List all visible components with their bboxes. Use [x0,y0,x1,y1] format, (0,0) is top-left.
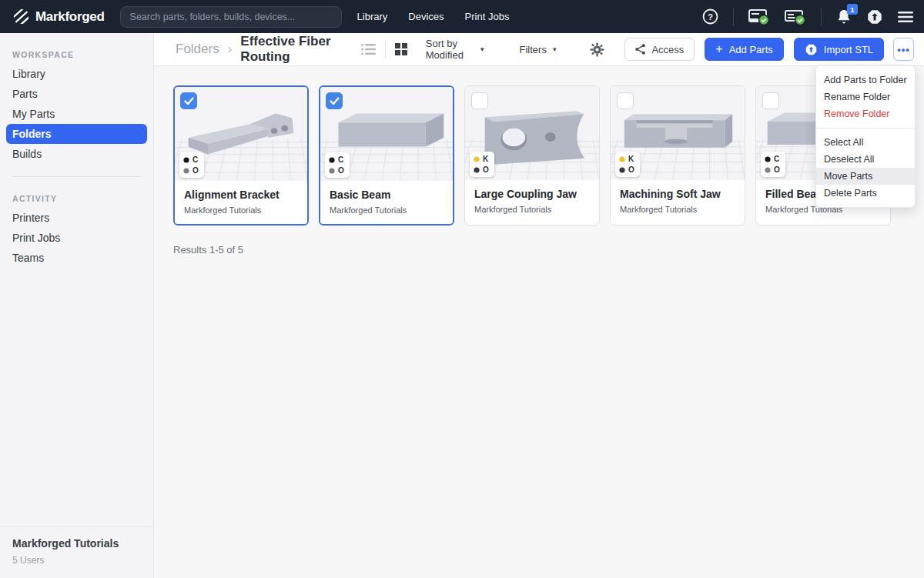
material-badge: C O [325,152,350,178]
material-label: O [774,165,780,174]
material-label: C [338,155,343,164]
part-card-info: Machining Soft Jaw Markforged Tutorials [611,180,745,223]
sidebar-footer: Markforged Tutorials 5 Users [0,526,153,578]
ellipsis-icon: ••• [897,44,910,55]
check-icon [184,97,194,105]
part-checkbox[interactable] [762,92,779,109]
part-checkbox[interactable] [617,92,634,109]
workspace-name[interactable]: Markforged Tutorials [12,537,141,550]
notifications-bell-icon[interactable]: 1 [836,8,852,25]
import-stl-button[interactable]: Import STL [794,38,884,61]
menu-item-remove-folder[interactable]: Remove Folder [816,105,915,122]
hamburger-menu-icon[interactable] [898,11,913,23]
material-label: K [628,155,634,163]
part-card-machining-soft-jaw[interactable]: K O Machining Soft Jaw Markforged Tutori… [610,85,745,226]
more-actions-button[interactable]: ••• [893,38,914,61]
nav-link-library[interactable]: Library [357,11,388,22]
sort-label: Sort by Modified [426,38,474,61]
settings-gear-icon[interactable] [590,42,604,57]
material-label: O [192,166,199,175]
main-panel: Folders › Effective Fiber Routing [154,33,924,578]
sidebar-item-my-parts[interactable]: My Parts [6,104,147,124]
material-dot [619,156,625,162]
part-checkbox[interactable] [180,92,197,109]
material-dot [329,168,335,174]
parts-grid-area: C O Alignment Bracket Markforged Tutoria… [154,66,924,256]
sidebar-item-print-jobs[interactable]: Print Jobs [6,228,147,248]
part-card-basic-beam[interactable]: C O Basic Beam Markforged Tutorials [319,85,454,226]
material-row: O [329,166,344,175]
part-folder-name: Markforged Tutorials [474,205,590,214]
import-stl-label: Import STL [824,44,873,55]
sidebar-item-parts[interactable]: Parts [6,84,147,104]
menu-item-delete-parts[interactable]: Delete Parts [816,185,915,202]
view-toggles [361,41,407,58]
primary-nav: Library Devices Print Jobs [357,11,510,22]
sidebar-item-teams[interactable]: Teams [6,248,147,268]
sidebar-item-folders[interactable]: Folders [6,124,147,144]
part-card-alignment-bracket[interactable]: C O Alignment Bracket Markforged Tutoria… [173,85,309,226]
check-icon [330,97,340,105]
material-dot [183,157,189,163]
nav-link-devices[interactable]: Devices [408,11,444,22]
menu-item-select-all[interactable]: Select All [816,134,915,151]
plus-icon: + [715,42,722,56]
more-actions-menu: Add Parts to Folder Rename Folder Remove… [815,65,916,208]
notification-count-badge: 1 [847,4,858,15]
folder-toolbar: Folders › Effective Fiber Routing [154,33,924,66]
part-name: Basic Beam [330,189,444,201]
markforged-logo-icon [12,8,30,25]
part-name: Large Coupling Jaw [474,188,590,200]
printer-status-icon-1[interactable] [748,8,770,26]
markforged-logo[interactable]: Markforged [12,8,105,25]
nav-divider [821,8,822,26]
material-label: C [192,155,198,164]
material-row: C [183,155,199,164]
part-checkbox[interactable] [471,92,488,109]
material-badge: C O [761,152,785,177]
breadcrumb-current-folder: Effective Fiber Routing [240,34,342,65]
menu-item-add-parts-to-folder[interactable]: Add Parts to Folder [816,72,915,89]
part-folder-name: Markforged Tutorials [184,205,298,215]
material-label: O [338,166,344,175]
sidebar-item-printers[interactable]: Printers [6,208,147,228]
sidebar-item-builds[interactable]: Builds [6,144,147,164]
sort-dropdown[interactable]: Sort by Modified ▾ [426,38,484,61]
nav-link-print-jobs[interactable]: Print Jobs [465,11,510,22]
menu-item-deselect-all[interactable]: Deselect All [816,151,915,168]
sidebar: WORKSPACE Library Parts My Parts Folders… [0,33,154,578]
help-icon[interactable]: ? [702,8,718,25]
part-thumbnail: K O [465,86,599,180]
menu-item-rename-folder[interactable]: Rename Folder [816,89,915,105]
breadcrumb-folders[interactable]: Folders [176,42,219,57]
add-parts-button[interactable]: + Add Parts [705,38,783,61]
part-folder-name: Markforged Tutorials [330,205,444,215]
search-input[interactable] [120,6,342,28]
nav-divider [733,8,734,26]
menu-item-move-parts[interactable]: Move Parts [816,168,915,185]
filters-dropdown[interactable]: Filters ▾ [520,44,557,55]
navbar-right-icons: ? [702,8,913,26]
list-view-icon[interactable] [361,43,376,55]
material-label: C [774,155,779,163]
svg-text:?: ? [708,12,713,22]
part-folder-name: Markforged Tutorials [620,205,735,214]
grid-view-icon[interactable] [395,43,407,55]
material-badge: C O [179,152,204,178]
sidebar-heading-activity: ACTIVITY [12,194,141,203]
material-dot [765,167,771,173]
updates-hexagon-icon[interactable] [866,8,883,25]
access-button[interactable]: Access [624,38,695,61]
global-search [120,6,342,28]
part-card-large-coupling-jaw[interactable]: K O Large Coupling Jaw Markforged Tutori… [464,85,600,226]
part-checkbox[interactable] [326,92,343,109]
workspace-user-count: 5 Users [12,555,141,566]
material-label: O [483,165,489,174]
chevron-down-icon: ▾ [553,45,557,53]
access-label: Access [651,44,684,55]
sidebar-divider [12,176,141,177]
material-row: O [765,165,780,174]
printer-status-icon-2[interactable] [785,8,806,26]
material-row: C [765,155,780,163]
sidebar-item-library[interactable]: Library [6,64,147,84]
